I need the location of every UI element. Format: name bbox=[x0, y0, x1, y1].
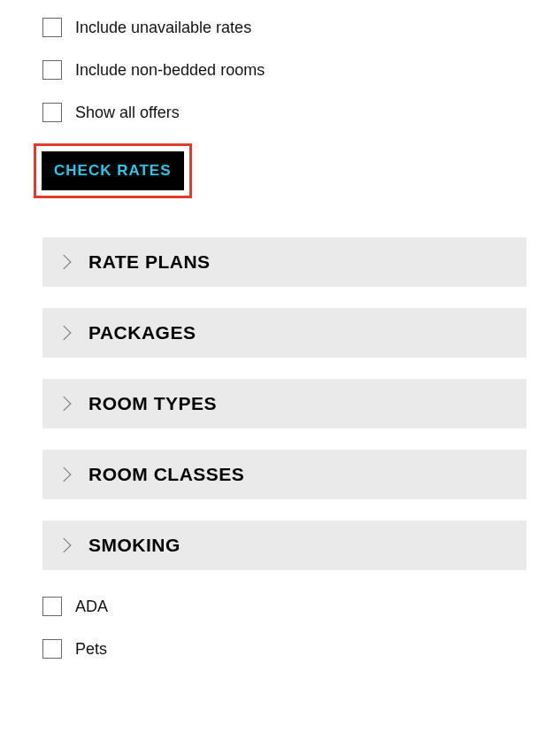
chevron-right-icon bbox=[57, 397, 72, 412]
checkbox-input[interactable] bbox=[42, 103, 62, 122]
accordion-header-room-classes[interactable]: ROOM CLASSES bbox=[42, 450, 526, 499]
accordion-room-types: ROOM TYPES bbox=[42, 379, 526, 428]
accordion-rate-plans: RATE PLANS bbox=[42, 237, 526, 287]
chevron-right-icon bbox=[57, 326, 72, 341]
checkbox-pets[interactable]: Pets bbox=[42, 639, 526, 659]
accordion-header-rate-plans[interactable]: RATE PLANS bbox=[42, 237, 526, 287]
accordion-title: ROOM CLASSES bbox=[88, 464, 244, 485]
checkbox-input[interactable] bbox=[42, 639, 62, 659]
accordion-title: SMOKING bbox=[88, 535, 180, 556]
checkbox-ada[interactable]: ADA bbox=[42, 597, 526, 616]
checkbox-label: Pets bbox=[75, 640, 107, 659]
accordion-header-room-types[interactable]: ROOM TYPES bbox=[42, 379, 526, 428]
accordion-packages: PACKAGES bbox=[42, 308, 526, 358]
chevron-right-icon bbox=[57, 467, 72, 482]
checkbox-include-non-bedded[interactable]: Include non-bedded rooms bbox=[42, 60, 526, 80]
checkbox-input[interactable] bbox=[42, 18, 62, 37]
accordion-title: RATE PLANS bbox=[88, 251, 211, 273]
checkbox-show-all-offers[interactable]: Show all offers bbox=[42, 103, 526, 122]
accordion-title: PACKAGES bbox=[88, 322, 196, 343]
accordion-title: ROOM TYPES bbox=[88, 393, 217, 414]
checkbox-label: Show all offers bbox=[75, 104, 180, 122]
chevron-right-icon bbox=[57, 255, 72, 270]
accordion-header-packages[interactable]: PACKAGES bbox=[42, 308, 526, 358]
checkbox-label: Include unavailable rates bbox=[75, 19, 251, 37]
highlight-box: CHECK RATES bbox=[34, 143, 192, 198]
checkbox-include-unavailable[interactable]: Include unavailable rates bbox=[42, 18, 526, 37]
checkbox-input[interactable] bbox=[42, 60, 62, 80]
checkbox-input[interactable] bbox=[42, 597, 62, 616]
accordion-smoking: SMOKING bbox=[42, 521, 526, 570]
accordion-header-smoking[interactable]: SMOKING bbox=[42, 521, 526, 570]
chevron-right-icon bbox=[57, 538, 72, 553]
check-rates-button[interactable]: CHECK RATES bbox=[42, 151, 184, 190]
checkbox-label: Include non-bedded rooms bbox=[75, 61, 265, 80]
accordion-room-classes: ROOM CLASSES bbox=[42, 450, 526, 499]
checkbox-label: ADA bbox=[75, 598, 108, 616]
